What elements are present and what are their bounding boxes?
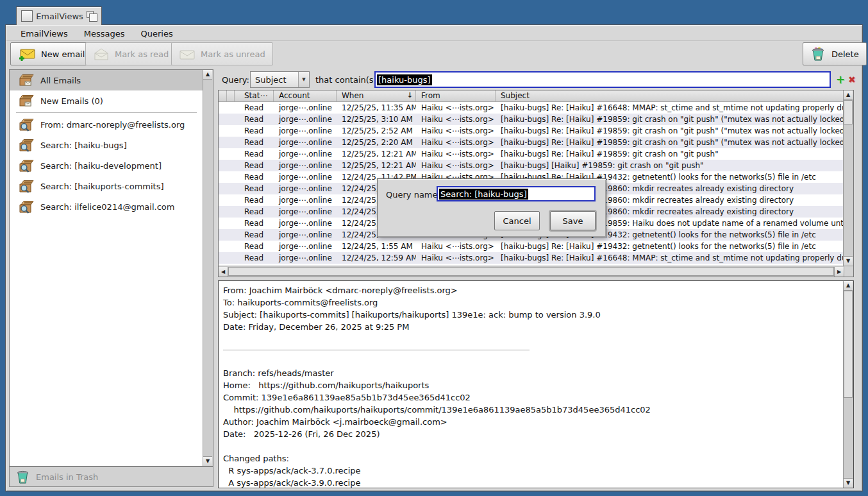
query-folder-icon [18,200,35,214]
menu-messages[interactable]: Messages [84,29,125,38]
cell-from: Haiku <⋯ists.org> [416,138,496,147]
sidebar-item-from-dmarc-noreply-freelists-org[interactable]: From: dmarc-noreply@freelists.org [10,114,203,135]
scroll-left-icon[interactable]: ◀ [219,267,228,277]
zoom-button-icon[interactable] [87,11,97,21]
add-query-term-icon[interactable]: + [836,73,845,86]
sidebar-item-label: New Emails (0) [40,96,103,106]
sidebar-item-search-haiku-development[interactable]: Search: [haiku-development] [10,155,203,176]
sidebar-item-new-emails-0[interactable]: New Emails (0) [10,90,203,111]
cell-when: 12/25/25, 12:21 AM [337,150,416,158]
scroll-down-icon[interactable]: ▼ [844,478,853,488]
sidebar-item-search-haiku-bugs[interactable]: Search: [haiku-bugs] [10,135,203,155]
cell-subject: [haiku-bugs] Re: [Haiku] #19859: git cra… [496,150,844,158]
chevron-down-icon: ▼ [298,72,309,87]
query-field-select[interactable]: Subject ▼ [250,71,310,88]
trash-icon [15,470,31,484]
scroll-up-icon[interactable]: ▲ [844,281,853,291]
save-query-dialog: Query name: Search: [haiku-bugs] Cancel … [377,178,606,237]
email-row[interactable]: Readjorge⋯.online12/25/25, 3:10 AMHaiku … [219,114,844,125]
sidebar-item-label: Search: [haiku-development] [40,161,162,171]
sidebar-item-all-emails[interactable]: All Emails [10,70,203,90]
cell-status: Read [234,115,274,124]
cell-status: Read [234,161,274,170]
email-row[interactable]: Readjorge⋯.online12/25/25, 11:35 AMHaiku… [219,102,844,114]
scroll-down-icon[interactable]: ▼ [844,256,853,266]
vscroll-thumb[interactable] [844,291,853,398]
cell-status: Read [234,103,274,112]
header-body-divider [223,350,530,350]
column-header-subject[interactable]: Subject [496,90,844,101]
email-row[interactable]: Readjorge⋯.online12/25/25, 12:21 AMHaiku… [219,160,844,171]
cell-from: Haiku <⋯ists.org> [416,103,496,112]
close-button-icon[interactable] [21,10,33,22]
cell-status: Read [234,230,274,239]
email-list-hscrollbar[interactable]: ◀ ▶ [219,266,844,277]
cell-status: Read [234,207,274,216]
scroll-right-icon[interactable]: ▶ [834,267,844,277]
delete-button[interactable]: Delete [803,42,867,65]
window-title-tab[interactable]: EmailViews [16,6,102,25]
email-preview-pane: From: Joachim Mairböck <dmarc-noreply@fr… [218,280,854,488]
cell-account: jorge⋯.online [274,126,337,135]
new-email-button[interactable]: New email [10,42,92,65]
sidebar-scrollbar[interactable]: ▲ ▼ [203,70,213,466]
email-body-line: Changed paths: [223,452,844,465]
sidebar-item-label: Search: [haiku-bugs] [40,141,127,150]
cell-account: jorge⋯.online [274,161,337,170]
folder-list: All EmailsNew Emails (0)From: dmarc-nore… [9,69,213,466]
scroll-up-icon[interactable]: ▲ [844,90,853,100]
scroll-up-icon[interactable]: ▲ [203,70,212,80]
sidebar-item-search-haikuports-commits[interactable]: Search: [haikuports-commits] [10,176,203,196]
cell-account: jorge⋯.online [274,230,337,239]
cell-account: jorge⋯.online [274,103,337,112]
cell-account: jorge⋯.online [274,196,337,205]
query-folder-icon [18,118,35,132]
email-row[interactable]: Readjorge⋯.online12/24/25, 12:59 AMHaiku… [219,252,844,264]
email-list-header[interactable]: Stat⋯AccountWhen↓FromSubject [219,90,844,102]
mark-as-read-button[interactable]: Mark as read [85,42,176,65]
cell-status: Read [234,126,274,135]
query-predicate-label: that contain(s) [315,75,377,85]
cell-from: Haiku <⋯ists.org> [416,150,496,158]
column-header-stat[interactable]: Stat⋯ [234,90,274,101]
email-body-line [223,440,844,452]
scroll-down-icon[interactable]: ▼ [203,456,212,466]
cell-when: 12/24/25, 1:55 AM [337,242,416,251]
email-row[interactable]: Readjorge⋯.online12/25/25, 2:52 AMHaiku … [219,125,844,137]
cell-subject: [haiku-bugs] Re: [Haiku] #19432: getnete… [496,242,844,251]
query-value-input[interactable]: [haiku-bugs] [374,71,831,88]
cell-from: Haiku <⋯ists.org> [416,242,496,251]
column-header-from[interactable]: From [416,90,496,101]
query-name-input[interactable]: Search: [haiku-bugs] [437,186,596,201]
column-header-when[interactable]: When↓ [337,90,416,101]
preview-vscrollbar[interactable]: ▲ ▼ [843,281,853,488]
cancel-button[interactable]: Cancel [494,211,540,230]
email-body-line: Branch: refs/heads/master [223,367,844,379]
inbox-folder-icon [18,94,35,107]
hscroll-thumb[interactable] [228,267,834,276]
mark-unread-label: Mark as unread [201,49,265,59]
remove-query-term-icon[interactable]: ✖ [848,74,856,85]
email-row[interactable]: Readjorge⋯.online12/25/25, 2:20 AMHaiku … [219,137,844,148]
menu-queries[interactable]: Queries [140,29,172,38]
cell-from: Haiku <⋯ists.org> [416,126,496,135]
email-row[interactable]: Readjorge⋯.online12/25/25, 12:21 AMHaiku… [219,148,844,160]
sidebar-item-label: From: dmarc-noreply@freelists.org [40,120,185,130]
email-row[interactable]: Readjorge⋯.online12/24/25, 1:55 AMHaiku … [219,241,844,252]
cell-when: 12/25/25, 2:20 AM [337,138,416,147]
email-body-line: A sys-apps/ack/ack-3.9.0.recipe [223,477,844,488]
menu-emailviews[interactable]: EmailViews [21,29,68,38]
sidebar-item-search-ilfelice0214-gmail-com[interactable]: Search: ilfelice0214@gmail.com [10,196,203,217]
mark-read-icon [93,48,110,60]
scrollbar-corner [844,266,853,277]
vscroll-thumb[interactable] [844,100,853,124]
save-button[interactable]: Save [550,211,596,230]
email-list-vscrollbar[interactable]: ▲ ▼ [843,90,853,266]
cell-account: jorge⋯.online [274,138,337,147]
sidebar-item-trash[interactable]: Emails in Trash [9,466,213,487]
cell-status: Read [234,184,274,193]
mark-as-unread-button[interactable]: Mark as unread [171,42,273,65]
column-header-account[interactable]: Account [274,90,337,101]
cell-when: 12/24/25, 12:59 AM [337,253,416,262]
query-folder-icon [18,180,35,193]
